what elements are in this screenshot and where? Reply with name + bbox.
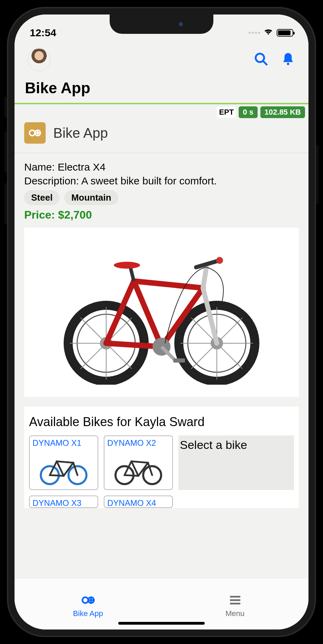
perf-bar: EPT 0 s 102.85 KB [15, 104, 308, 118]
bike-card[interactable]: DYNAMO X1 [29, 435, 98, 490]
bike-card-thumb [33, 449, 95, 487]
svg-rect-42 [173, 358, 185, 363]
svg-point-3 [29, 130, 35, 136]
svg-line-1 [263, 61, 267, 65]
svg-point-59 [82, 597, 88, 603]
chip-material[interactable]: Steel [24, 190, 59, 205]
bike-price: Price: $2,700 [24, 209, 299, 221]
avatar[interactable] [28, 48, 50, 71]
svg-line-58 [148, 463, 152, 475]
bike-card-title: DYNAMO X2 [107, 438, 169, 448]
cellular-dots-icon [249, 32, 260, 34]
tab-bar: Bike App Menu [15, 578, 308, 629]
tab-label: Bike App [73, 609, 103, 618]
page-title: Bike App [15, 75, 308, 103]
phone-screen: 12:54 [15, 15, 308, 629]
bike-description: Description: A sweet bike built for comf… [24, 175, 299, 187]
svg-line-48 [57, 461, 73, 463]
bike-card[interactable]: DYNAMO X3 [29, 496, 98, 508]
phone-frame: 12:54 [7, 7, 316, 637]
svg-point-39 [114, 262, 140, 269]
svg-line-45 [50, 475, 64, 476]
bike-name: Name: Electra X4 [24, 161, 299, 173]
tab-label: Menu [225, 609, 244, 618]
search-icon[interactable] [254, 52, 268, 68]
chip-type[interactable]: Mountain [64, 190, 118, 205]
phone-notch [110, 15, 213, 34]
bike-detail: Name: Electra X4 Description: A sweet bi… [15, 153, 308, 224]
home-indicator[interactable] [118, 622, 205, 625]
svg-line-35 [203, 267, 206, 288]
svg-point-0 [256, 54, 264, 62]
bike-card[interactable]: DYNAMO X2 [104, 435, 173, 490]
bike-card-thumb [107, 449, 169, 487]
svg-line-34 [203, 288, 217, 343]
status-time: 12:54 [30, 27, 56, 39]
battery-icon [277, 29, 293, 37]
svg-line-32 [134, 281, 203, 288]
perf-size-badge: 102.85 KB [260, 106, 305, 118]
svg-line-38 [130, 267, 134, 281]
svg-point-37 [216, 257, 223, 264]
bike-card-title: DYNAMO X1 [33, 438, 95, 448]
available-title: Available Bikes for Kayla Sward [24, 415, 299, 435]
svg-line-56 [131, 461, 148, 463]
app-icon [24, 122, 46, 144]
bike-card-title: DYNAMO X3 [33, 498, 95, 508]
svg-point-2 [287, 63, 289, 65]
wifi-icon [264, 28, 273, 38]
perf-label: EPT [217, 107, 236, 118]
bike-image [24, 228, 299, 397]
svg-line-50 [73, 463, 77, 475]
bike-card-title: DYNAMO X4 [107, 498, 169, 508]
svg-line-53 [124, 475, 138, 476]
bike-card[interactable]: DYNAMO X4 [104, 496, 173, 508]
bell-icon[interactable] [281, 52, 295, 68]
select-bike-message: Select a bike [178, 435, 294, 490]
section-title: Bike App [53, 125, 108, 141]
perf-time-badge: 0 s [239, 106, 258, 118]
